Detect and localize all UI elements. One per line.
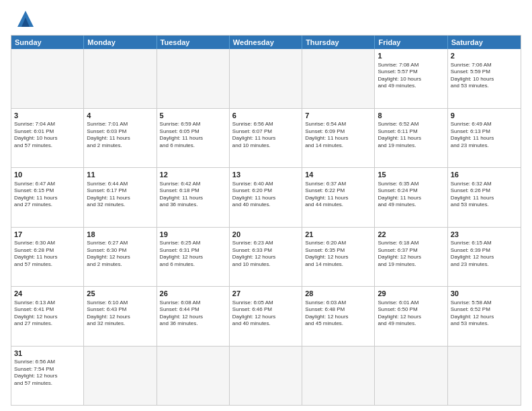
day-info: Sunrise: 6:35 AM Sunset: 6:24 PM Dayligh… [378, 181, 444, 209]
calendar-row-4: 24Sunrise: 6:13 AM Sunset: 6:41 PM Dayli… [11, 286, 521, 346]
day-info: Sunrise: 6:32 AM Sunset: 6:26 PM Dayligh… [451, 181, 518, 209]
calendar-cell: 25Sunrise: 6:10 AM Sunset: 6:43 PM Dayli… [84, 287, 157, 346]
day-info: Sunrise: 6:47 AM Sunset: 6:15 PM Dayligh… [14, 181, 81, 209]
weekday-header-saturday: Saturday [448, 36, 521, 49]
day-number: 25 [87, 289, 153, 299]
day-number: 5 [160, 111, 226, 121]
day-info: Sunrise: 6:30 AM Sunset: 6:28 PM Dayligh… [14, 240, 81, 268]
day-number: 26 [160, 289, 226, 299]
day-number: 11 [87, 170, 153, 180]
calendar-cell: 17Sunrise: 6:30 AM Sunset: 6:28 PM Dayli… [11, 228, 84, 287]
day-number: 10 [14, 170, 81, 180]
day-info: Sunrise: 6:44 AM Sunset: 6:17 PM Dayligh… [87, 181, 153, 209]
weekday-header-wednesday: Wednesday [230, 36, 302, 49]
day-info: Sunrise: 6:15 AM Sunset: 6:39 PM Dayligh… [451, 240, 518, 268]
day-info: Sunrise: 6:59 AM Sunset: 6:05 PM Dayligh… [160, 121, 226, 149]
weekday-header-monday: Monday [84, 36, 157, 49]
calendar-cell [302, 49, 375, 108]
day-number: 22 [378, 230, 444, 240]
day-info: Sunrise: 6:42 AM Sunset: 6:18 PM Dayligh… [160, 181, 226, 209]
day-number: 3 [14, 111, 81, 121]
day-info: Sunrise: 5:58 AM Sunset: 6:52 PM Dayligh… [451, 300, 518, 328]
day-info: Sunrise: 6:40 AM Sunset: 6:20 PM Dayligh… [232, 181, 299, 209]
day-info: Sunrise: 6:54 AM Sunset: 6:09 PM Dayligh… [305, 121, 371, 149]
day-info: Sunrise: 6:03 AM Sunset: 6:48 PM Dayligh… [305, 300, 371, 328]
calendar-cell [157, 49, 230, 108]
day-number: 18 [87, 230, 153, 240]
day-number: 21 [305, 230, 371, 240]
calendar-cell: 3Sunrise: 7:04 AM Sunset: 6:01 PM Daylig… [11, 109, 84, 168]
day-number: 1 [378, 51, 444, 61]
calendar-cell: 7Sunrise: 6:54 AM Sunset: 6:09 PM Daylig… [302, 109, 375, 168]
weekday-header-sunday: Sunday [11, 36, 84, 49]
weekday-header-tuesday: Tuesday [157, 36, 230, 49]
day-number: 16 [451, 170, 518, 180]
day-number: 31 [14, 349, 81, 359]
calendar-cell: 28Sunrise: 6:03 AM Sunset: 6:48 PM Dayli… [302, 287, 375, 346]
day-number: 14 [305, 170, 371, 180]
day-number: 15 [378, 170, 444, 180]
calendar-row-2: 10Sunrise: 6:47 AM Sunset: 6:15 PM Dayli… [11, 167, 521, 227]
calendar-cell [157, 347, 230, 406]
calendar-cell [230, 49, 302, 108]
calendar-cell: 23Sunrise: 6:15 AM Sunset: 6:39 PM Dayli… [448, 228, 521, 287]
calendar-cell: 21Sunrise: 6:20 AM Sunset: 6:35 PM Dayli… [302, 228, 375, 287]
day-info: Sunrise: 6:10 AM Sunset: 6:43 PM Dayligh… [87, 300, 153, 328]
day-info: Sunrise: 6:20 AM Sunset: 6:35 PM Dayligh… [305, 240, 371, 268]
calendar-row-5: 31Sunrise: 6:56 AM Sunset: 7:54 PM Dayli… [11, 346, 521, 406]
calendar-cell: 27Sunrise: 6:05 AM Sunset: 6:46 PM Dayli… [230, 287, 302, 346]
calendar-row-0: 1Sunrise: 7:08 AM Sunset: 5:57 PM Daylig… [11, 49, 521, 108]
calendar-cell [84, 49, 157, 108]
calendar-cell [84, 347, 157, 406]
day-number: 2 [451, 51, 518, 61]
calendar-cell: 6Sunrise: 6:56 AM Sunset: 6:07 PM Daylig… [230, 109, 302, 168]
calendar-cell [375, 347, 447, 406]
day-info: Sunrise: 7:06 AM Sunset: 5:59 PM Dayligh… [451, 62, 518, 90]
day-info: Sunrise: 7:08 AM Sunset: 5:57 PM Dayligh… [378, 62, 444, 90]
day-number: 24 [14, 289, 81, 299]
day-info: Sunrise: 6:56 AM Sunset: 6:07 PM Dayligh… [232, 121, 299, 149]
day-info: Sunrise: 6:13 AM Sunset: 6:41 PM Dayligh… [14, 300, 81, 328]
day-number: 28 [305, 289, 371, 299]
calendar-cell [11, 49, 84, 108]
day-info: Sunrise: 6:18 AM Sunset: 6:37 PM Dayligh… [378, 240, 444, 268]
calendar-cell: 29Sunrise: 6:01 AM Sunset: 6:50 PM Dayli… [375, 287, 447, 346]
calendar-cell: 16Sunrise: 6:32 AM Sunset: 6:26 PM Dayli… [448, 168, 521, 227]
day-number: 30 [451, 289, 518, 299]
calendar-cell: 4Sunrise: 7:01 AM Sunset: 6:03 PM Daylig… [84, 109, 157, 168]
calendar-cell: 31Sunrise: 6:56 AM Sunset: 7:54 PM Dayli… [11, 347, 84, 406]
day-info: Sunrise: 6:25 AM Sunset: 6:31 PM Dayligh… [160, 240, 226, 268]
day-info: Sunrise: 6:08 AM Sunset: 6:44 PM Dayligh… [160, 300, 226, 328]
calendar-cell: 11Sunrise: 6:44 AM Sunset: 6:17 PM Dayli… [84, 168, 157, 227]
calendar-row-1: 3Sunrise: 7:04 AM Sunset: 6:01 PM Daylig… [11, 108, 521, 168]
calendar-cell: 14Sunrise: 6:37 AM Sunset: 6:22 PM Dayli… [302, 168, 375, 227]
calendar-cell: 30Sunrise: 5:58 AM Sunset: 6:52 PM Dayli… [448, 287, 521, 346]
calendar-cell: 9Sunrise: 6:49 AM Sunset: 6:13 PM Daylig… [448, 109, 521, 168]
day-info: Sunrise: 6:52 AM Sunset: 6:11 PM Dayligh… [378, 121, 444, 149]
day-info: Sunrise: 7:04 AM Sunset: 6:01 PM Dayligh… [14, 121, 81, 149]
weekday-header-thursday: Thursday [302, 36, 375, 49]
calendar-row-3: 17Sunrise: 6:30 AM Sunset: 6:28 PM Dayli… [11, 227, 521, 287]
day-info: Sunrise: 6:56 AM Sunset: 7:54 PM Dayligh… [14, 359, 81, 387]
logo-icon [15, 8, 36, 30]
calendar-cell: 5Sunrise: 6:59 AM Sunset: 6:05 PM Daylig… [157, 109, 230, 168]
calendar: SundayMondayTuesdayWednesdayThursdayFrid… [11, 35, 521, 406]
calendar-cell: 10Sunrise: 6:47 AM Sunset: 6:15 PM Dayli… [11, 168, 84, 227]
day-info: Sunrise: 6:27 AM Sunset: 6:30 PM Dayligh… [87, 240, 153, 268]
day-number: 6 [232, 111, 299, 121]
logo [11, 8, 36, 30]
day-number: 7 [305, 111, 371, 121]
weekday-header-friday: Friday [375, 36, 447, 49]
calendar-cell: 2Sunrise: 7:06 AM Sunset: 5:59 PM Daylig… [448, 49, 521, 108]
calendar-body: 1Sunrise: 7:08 AM Sunset: 5:57 PM Daylig… [11, 49, 521, 405]
calendar-cell: 20Sunrise: 6:23 AM Sunset: 6:33 PM Dayli… [230, 228, 302, 287]
day-number: 13 [232, 170, 299, 180]
day-info: Sunrise: 6:37 AM Sunset: 6:22 PM Dayligh… [305, 181, 371, 209]
day-number: 4 [87, 111, 153, 121]
calendar-cell: 8Sunrise: 6:52 AM Sunset: 6:11 PM Daylig… [375, 109, 447, 168]
day-number: 19 [160, 230, 226, 240]
calendar-cell: 1Sunrise: 7:08 AM Sunset: 5:57 PM Daylig… [375, 49, 447, 108]
day-number: 27 [232, 289, 299, 299]
day-number: 17 [14, 230, 81, 240]
calendar-cell: 26Sunrise: 6:08 AM Sunset: 6:44 PM Dayli… [157, 287, 230, 346]
